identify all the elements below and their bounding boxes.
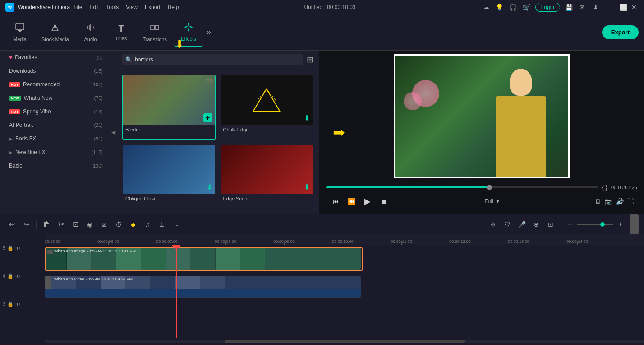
close-button[interactable]: ✕ [630, 3, 639, 12]
effect-card-chalk-edge[interactable]: ⬇ Chalk Edge [220, 75, 314, 140]
undo-button[interactable]: ↩ [5, 218, 18, 231]
menu-tools[interactable]: Tools [106, 4, 119, 10]
detach-button[interactable]: ≈ [170, 218, 183, 231]
delete-button[interactable]: 🗑 [40, 218, 53, 231]
download-icon[interactable]: ⬇ [591, 2, 601, 12]
save-icon[interactable]: 💾 [564, 2, 574, 12]
menu-view[interactable]: View [126, 4, 138, 10]
camera-link-icon[interactable]: ⊕ [530, 218, 543, 231]
split-button[interactable]: ⊥ [156, 218, 168, 231]
redo-button[interactable]: ↪ [20, 218, 32, 231]
screenshot-icon[interactable]: 📷 [605, 198, 612, 205]
svg-rect-0 [16, 23, 24, 30]
mail-icon[interactable]: ✉ [577, 2, 587, 12]
cut-button[interactable]: ✂ [55, 218, 67, 231]
sidebar-item-ai-portrait[interactable]: AI Portrait (21) [0, 118, 110, 132]
settings-icon[interactable]: ⚙ [487, 218, 499, 231]
track3-eye-icon[interactable]: 👁 [15, 302, 20, 307]
track4-lock-icon[interactable]: 🔒 [7, 273, 14, 279]
timeline-scrollbar[interactable] [45, 340, 644, 343]
toolbar-more[interactable]: » [205, 26, 213, 39]
app-name: Wondershare Filmora [18, 4, 70, 10]
menu-file[interactable]: File [74, 4, 82, 10]
effect-card-oblique-close[interactable]: ⬇ Oblique Close [122, 144, 216, 209]
shield-icon[interactable]: 🛡 [501, 218, 514, 231]
fullscreen-icon[interactable]: ⛶ [627, 198, 634, 205]
login-button[interactable]: Login [535, 3, 560, 12]
play-button[interactable]: ▶ [360, 194, 375, 209]
boris-fx-expand-icon: ▶ [9, 136, 13, 141]
cart-icon[interactable]: 🛒 [522, 2, 532, 12]
zoom-in-button[interactable]: + [615, 219, 626, 230]
track4-eye-icon[interactable]: 👁 [15, 274, 20, 279]
sidebar-collapse-arrow[interactable]: ◀ [110, 51, 116, 214]
headphones-icon[interactable]: 🎧 [508, 2, 518, 12]
crop-button[interactable]: ⊡ [69, 218, 82, 231]
maximize-button[interactable]: ⬜ [619, 3, 628, 12]
track5-eye-icon[interactable]: 👁 [15, 246, 20, 251]
sidebar-item-downloads[interactable]: Downloads (15) [0, 64, 110, 78]
video-clip-5[interactable]: WhatsApp Image 2022-04-11 at 12.13.41 PM [45, 248, 361, 270]
filmframe [191, 248, 216, 270]
toolbar-stock-media[interactable]: Stock Media [36, 18, 74, 47]
sidebar-item-basic[interactable]: Basic (130) [0, 159, 110, 172]
sidebar-item-boris-fx[interactable]: ▶ Boris FX (91) [0, 132, 110, 145]
color-button[interactable]: ◉ [83, 218, 96, 231]
toolbar-media[interactable]: Media [5, 18, 34, 47]
stop-button[interactable]: ⏹ [377, 195, 390, 208]
sidebar-item-spring-vibe[interactable]: HOT Spring Vibe (16) [0, 105, 110, 118]
toolbar-audio[interactable]: Audio [76, 18, 105, 47]
search-icon: 🔍 [125, 56, 132, 63]
toolbar-transitions[interactable]: Transitions [138, 18, 172, 47]
track3-label: 3 🔒 👁 [0, 290, 45, 318]
progress-track[interactable] [326, 186, 598, 188]
step-back-button[interactable]: ⏮ [330, 195, 342, 208]
whats-new-count: (76) [94, 95, 103, 101]
minimize-button[interactable]: — [608, 3, 617, 12]
mic-icon[interactable]: 🎤 [515, 218, 528, 231]
bracket-close-button[interactable]: } [606, 184, 607, 191]
menu-help[interactable]: Help [168, 4, 179, 10]
toolbar-titles[interactable]: T Titles [107, 18, 136, 47]
marker-button[interactable]: ◆ [127, 218, 139, 231]
progress-thumb[interactable] [487, 185, 492, 190]
transform-button[interactable]: ⊠ [98, 218, 110, 231]
edge-scale-download-icon[interactable]: ⬇ [304, 183, 310, 191]
effect-card-edge-scale[interactable]: ⬇ Edge Scale [220, 144, 314, 209]
filmframe [141, 248, 166, 270]
sidebar-item-whats-new[interactable]: NEW What's New (76) [0, 91, 110, 105]
oblique-download-icon[interactable]: ⬇ [207, 183, 212, 191]
bulb-icon[interactable]: 💡 [495, 2, 505, 12]
filmframe [166, 248, 191, 270]
border-heart-icon[interactable]: ♡ [207, 78, 212, 85]
sidebar-item-favorites[interactable]: ♥ Favorites (0) [0, 51, 110, 64]
bracket-open-button[interactable]: { [602, 184, 603, 191]
play-back-button[interactable]: ⏪ [345, 195, 358, 208]
menu-export[interactable]: Export [145, 4, 161, 10]
border-add-button[interactable]: + [203, 113, 212, 122]
audio-edit-button[interactable]: ♬ [141, 218, 154, 231]
cloud-icon[interactable]: ☁ [481, 2, 491, 12]
speed-button[interactable]: ⏱ [112, 218, 125, 231]
sidebar-item-newblue-fx[interactable]: ▶ NewBlue FX (112) [0, 145, 110, 159]
zoom-out-button[interactable]: − [565, 219, 575, 230]
volume-icon[interactable]: 🔊 [616, 198, 624, 205]
effects-search-bar[interactable]: 🔍 [122, 54, 303, 65]
add-track-icon[interactable]: ⊡ [544, 218, 557, 231]
edge-scale-name: Edge Scale [221, 194, 313, 203]
tv-icon[interactable]: 🖥 [595, 198, 601, 205]
grid-view-icon[interactable]: ⊞ [307, 55, 313, 65]
effect-card-border[interactable]: ♡ + Border [122, 75, 216, 140]
menu-edit[interactable]: Edit [90, 4, 99, 10]
track3-lock-icon[interactable]: 🔒 [7, 301, 14, 307]
effects-search-input[interactable] [135, 56, 299, 63]
chalk-edge-download-icon[interactable]: ⬇ [304, 114, 310, 122]
quality-selector[interactable]: Full ▼ [484, 198, 500, 205]
track5-row: WhatsApp Image 2022-04-11 at 12.13.41 PM [45, 245, 644, 273]
sidebar-item-recommended[interactable]: HOT Recommended (107) [0, 78, 110, 91]
track5-lock-icon[interactable]: 🔒 [7, 245, 14, 251]
favorites-count: (0) [97, 55, 103, 60]
zoom-slider[interactable] [577, 224, 613, 225]
video-clip-4[interactable]: WhatsApp Video 2022-04-12 at 2.09.56 PM [45, 276, 361, 298]
export-button[interactable]: Export [602, 25, 639, 39]
